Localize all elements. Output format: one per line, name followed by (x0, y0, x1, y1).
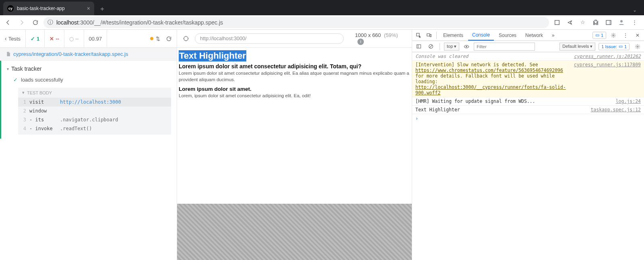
cypress-favicon: cy (7, 5, 14, 12)
info-icon[interactable]: i (357, 39, 364, 45)
svg-point-14 (637, 46, 638, 47)
devtools-panel: Elements Console Sources Network » ▭ 1 ⋮… (412, 30, 644, 260)
profile-icon[interactable] (616, 17, 627, 28)
line-number: 4 (21, 126, 29, 131)
console-toolbar: top ▾ Default levels ▾ 1 Issue: ▭ 1 (412, 41, 644, 52)
browser-tabstrip: cy basic-task-tracker-app × ＋ ⌄ (0, 0, 644, 15)
check-icon: ✓ (13, 77, 18, 83)
tab-console[interactable]: Console (468, 30, 494, 41)
console-line: Text Highlighter taskapp.spec.js:12 (412, 106, 644, 114)
rerun-button[interactable] (166, 36, 172, 42)
console-warning: [Intervention] Slow network is detected.… (412, 61, 644, 97)
aut-url[interactable]: http://localhost:3000/ (195, 33, 344, 44)
devtools-tabbar: Elements Console Sources Network » ▭ 1 ⋮… (412, 30, 644, 41)
source-link[interactable]: cypress_runner.js:201262 (574, 53, 641, 59)
back-to-tests[interactable]: ‹ Tests (0, 30, 26, 47)
command-name: - invoke (29, 126, 60, 131)
run-duration: 00.97 (84, 30, 107, 47)
dot-icon (150, 37, 153, 40)
console-output[interactable]: Console was cleared cypress_runner.js:20… (412, 52, 644, 123)
command-row[interactable]: 2window (18, 106, 171, 115)
issues-badge[interactable]: 1 Issue: ▭ 1 (599, 43, 630, 50)
command-row[interactable]: 4- invoke.readText() (18, 124, 171, 133)
paragraph-heading: Lorem ipsum dolor sit amet consectetur a… (179, 63, 410, 70)
close-devtools-icon[interactable]: ✕ (633, 33, 642, 38)
svg-rect-0 (555, 20, 559, 25)
install-app-icon[interactable] (551, 17, 563, 28)
command-row[interactable]: 1visithttp://localhost:3000 (18, 98, 171, 106)
messages-badge[interactable]: ▭ 1 (592, 32, 606, 39)
inspect-element-icon[interactable] (414, 33, 423, 38)
kebab-menu-icon[interactable]: ⋮ (621, 33, 630, 38)
aut-toolbar: http://localhost:3000/ 1000 x 660 (59%) … (177, 30, 412, 48)
aut-content: Text Highlighter Lorem ipsum dolor sit a… (177, 48, 412, 99)
highlighted-heading: Text Highlighter (179, 50, 246, 61)
autoscroll-toggle[interactable]: ⇅ (150, 36, 160, 42)
warn-link[interactable]: http://localhost:3000/__cypress/runner/f… (415, 84, 566, 96)
console-line: [HMR] Waiting for update signal from WDS… (412, 97, 644, 106)
bookmark-star-icon[interactable]: ☆ (577, 17, 588, 28)
reporter-toolbar: ‹ Tests ✓1 ✕-- ◌-- 00.97 ⇅ (0, 30, 177, 48)
kebab-menu-icon[interactable]: ⋮ (629, 17, 640, 28)
browser-tab[interactable]: cy basic-task-tracker-app × (3, 2, 94, 15)
settings-gear-icon[interactable] (609, 33, 618, 38)
viewport-readout: 1000 x 660 (59%) i (355, 32, 406, 45)
clear-console-icon[interactable] (426, 44, 436, 49)
extensions-icon[interactable] (590, 17, 601, 28)
line-number: 2 (21, 108, 29, 114)
file-icon (6, 51, 11, 57)
tab-title: basic-task-tracker-app (17, 6, 84, 11)
console-line: Console was cleared cypress_runner.js:20… (412, 52, 644, 61)
svg-point-13 (466, 46, 468, 47)
svg-point-3 (620, 20, 623, 23)
site-info-icon[interactable]: ⓘ (47, 19, 53, 26)
test-body-label: TEST BODY (27, 90, 52, 95)
svg-rect-7 (430, 34, 431, 37)
device-toolbar-icon[interactable] (424, 33, 434, 38)
back-button[interactable] (2, 17, 14, 28)
console-sidebar-icon[interactable] (414, 44, 423, 49)
send-icon[interactable] (564, 17, 576, 28)
source-link[interactable]: cypress_runner.js:117809 (574, 62, 641, 96)
context-selector[interactable]: top ▾ (444, 43, 459, 51)
paragraph-heading: Lorem ipsum dolor sit amet. (179, 86, 410, 92)
source-link[interactable]: log.js:24 (616, 98, 641, 104)
sort-icon: ⇅ (156, 36, 160, 42)
tab-sources[interactable]: Sources (495, 30, 520, 41)
console-settings-gear-icon[interactable] (633, 44, 642, 49)
test-name: loads successfully (21, 77, 63, 83)
live-expression-icon[interactable] (462, 44, 471, 49)
spec-file-link[interactable]: cypress/integration/0-task-tracker/taska… (0, 48, 177, 61)
new-tab-button[interactable]: ＋ (97, 3, 108, 14)
command-name: window (29, 108, 60, 114)
svg-rect-6 (427, 33, 430, 36)
source-link[interactable]: taskapp.spec.js:12 (590, 107, 641, 113)
test-row[interactable]: ✓ loads successfully (1, 74, 177, 85)
command-arg: .navigator.clipboard (60, 117, 169, 123)
line-number: 1 (21, 99, 29, 105)
side-panel-icon[interactable] (603, 17, 614, 28)
tests-label: Tests (8, 36, 21, 42)
cypress-reporter: ‹ Tests ✓1 ✕-- ◌-- 00.97 ⇅ (0, 30, 177, 260)
selector-playground-icon[interactable] (183, 35, 189, 42)
tab-network[interactable]: Network (521, 30, 547, 41)
log-levels-selector[interactable]: Default levels ▾ (559, 43, 595, 51)
url-rest: :3000/__/#/tests/integration/0-task-trac… (78, 19, 223, 26)
console-filter-input[interactable] (474, 43, 535, 51)
paragraph-text: Lorem ipsum dolor sit amet consectetur a… (179, 70, 410, 83)
suite-row[interactable]: ▾ Task tracker (1, 63, 177, 74)
command-arg: .readText() (60, 126, 169, 131)
address-bar[interactable]: ⓘ localhost:3000/__/#/tests/integration/… (43, 17, 549, 28)
chat-icon: ▭ (595, 33, 599, 38)
console-prompt[interactable]: › (412, 114, 644, 123)
tabs-overflow-icon[interactable]: » (548, 30, 559, 41)
stats-failed: ✕-- (45, 30, 64, 47)
forward-button[interactable] (16, 17, 27, 28)
warn-link[interactable]: https://www.chromestatus.com/feature/563… (415, 68, 563, 73)
command-row[interactable]: 3- its.navigator.clipboard (18, 115, 171, 124)
reload-button[interactable] (30, 17, 41, 28)
caret-down-icon: ▾ (7, 67, 9, 71)
close-tab-icon[interactable]: × (87, 5, 90, 12)
tab-elements[interactable]: Elements (439, 30, 467, 41)
tabstrip-chevron-icon[interactable]: ⌄ (633, 7, 644, 15)
